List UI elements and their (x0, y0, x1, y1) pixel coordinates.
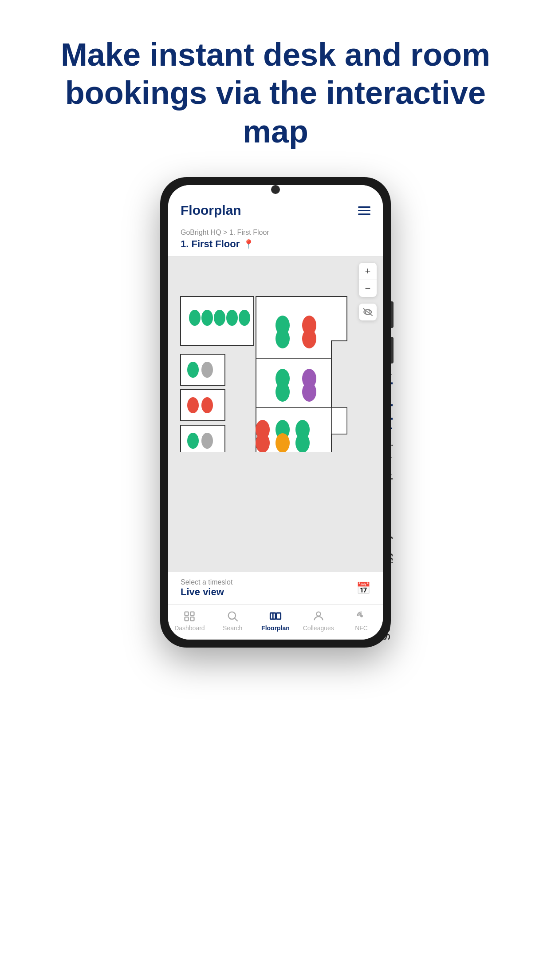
calendar-icon[interactable]: 📅 (356, 581, 370, 595)
bottom-nav: Dashboard Search Floorplan (168, 604, 383, 640)
nav-item-floorplan[interactable]: Floorplan (254, 610, 297, 632)
svg-rect-35 (191, 617, 194, 621)
svg-point-8 (201, 310, 213, 326)
svg-point-9 (214, 310, 225, 326)
phone-screen: Floorplan GoBright HQ > 1. First Floor 1… (168, 185, 383, 640)
phone-btn-right-1 (391, 301, 394, 328)
phone-mockup: Floorplan GoBright HQ > 1. First Floor 1… (0, 168, 551, 648)
nav-item-colleagues[interactable]: Colleagues (297, 610, 340, 632)
nav-label-nfc: NFC (355, 624, 368, 632)
svg-point-11 (239, 310, 250, 326)
svg-point-42 (361, 615, 362, 617)
pin-icon: 📍 (243, 239, 254, 249)
svg-point-25 (302, 382, 316, 402)
phone-frame: Floorplan GoBright HQ > 1. First Floor 1… (160, 177, 391, 648)
timeslot-value: Live view (181, 586, 232, 598)
svg-point-21 (302, 329, 316, 348)
floorplan-svg-area (176, 270, 362, 461)
nav-item-dashboard[interactable]: Dashboard (168, 610, 211, 632)
svg-rect-6 (331, 407, 347, 434)
nav-label-search: Search (223, 624, 242, 632)
map-container[interactable]: + − (168, 257, 383, 572)
nav-label-dashboard: Dashboard (174, 624, 205, 632)
svg-point-36 (228, 612, 236, 619)
svg-point-31 (295, 433, 310, 452)
menu-line-3 (358, 213, 370, 215)
dashboard-icon (183, 610, 196, 622)
svg-point-15 (201, 397, 213, 413)
location-name[interactable]: 1. First Floor 📍 (181, 238, 370, 250)
location-label: 1. First Floor (181, 238, 240, 250)
timeslot-bar: Select a timeslot Live view 📅 (168, 572, 383, 604)
timeslot-label: Select a timeslot (181, 578, 232, 586)
nfc-icon (355, 610, 368, 622)
svg-point-29 (276, 433, 290, 452)
search-icon (226, 610, 239, 622)
menu-line-1 (358, 206, 370, 208)
svg-rect-32 (185, 612, 189, 616)
nav-label-colleagues: Colleagues (303, 624, 334, 632)
app-title: Floorplan (181, 203, 241, 218)
svg-point-16 (187, 433, 199, 449)
svg-rect-39 (276, 613, 280, 619)
page-title: Make instant desk and room bookings via … (0, 0, 551, 168)
nav-label-floorplan: Floorplan (261, 624, 290, 632)
svg-point-12 (187, 362, 199, 378)
breadcrumb: GoBright HQ > 1. First Floor (181, 229, 370, 237)
phone-btn-right-2 (391, 337, 394, 364)
svg-point-10 (226, 310, 238, 326)
svg-point-27 (256, 433, 270, 452)
svg-line-37 (235, 618, 237, 621)
timeslot-info: Select a timeslot Live view (181, 578, 232, 598)
phone-camera (271, 185, 280, 194)
svg-point-13 (201, 362, 213, 378)
menu-button[interactable] (358, 206, 370, 215)
menu-line-2 (358, 210, 370, 211)
svg-point-19 (276, 329, 290, 348)
svg-point-23 (276, 382, 290, 402)
nav-item-nfc[interactable]: NFC (340, 610, 383, 632)
floorplan-icon (269, 610, 282, 622)
svg-point-41 (316, 612, 320, 616)
svg-rect-34 (185, 617, 189, 621)
location-bar: GoBright HQ > 1. First Floor 1. First Fl… (168, 225, 383, 257)
svg-point-17 (201, 433, 213, 449)
svg-point-14 (187, 397, 199, 413)
svg-rect-33 (191, 612, 194, 616)
colleagues-icon (312, 610, 325, 622)
nav-item-search[interactable]: Search (211, 610, 254, 632)
svg-point-7 (189, 310, 201, 326)
